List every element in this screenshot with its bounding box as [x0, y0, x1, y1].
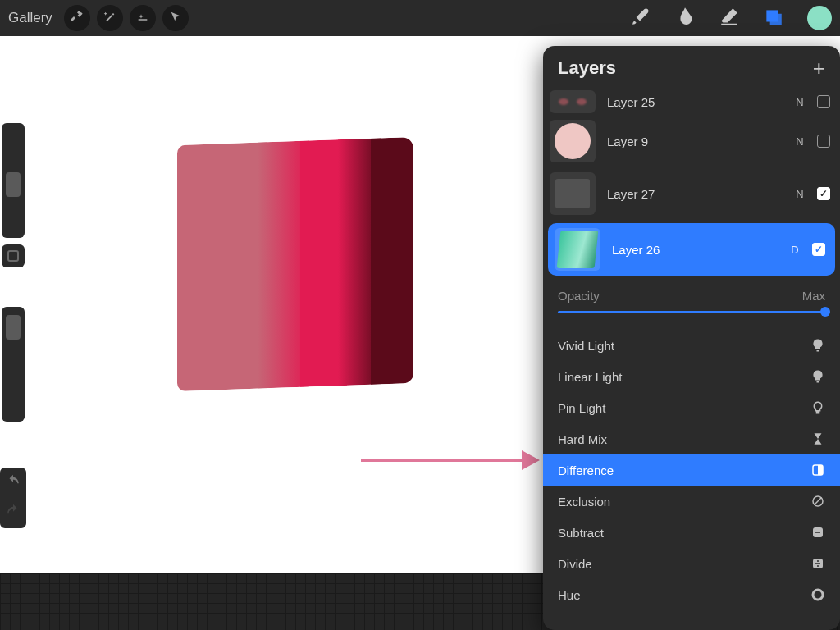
blend-mode-item-selected[interactable]: Difference: [543, 454, 840, 486]
smudge-tool-button[interactable]: [671, 4, 699, 32]
cursor-icon: [169, 10, 182, 26]
opacity-value: Max: [802, 289, 825, 303]
modify-button[interactable]: [2, 244, 25, 267]
svg-point-6: [817, 560, 819, 562]
layer-thumbnail: [550, 172, 596, 215]
undo-button[interactable]: [6, 474, 21, 492]
svg-point-8: [813, 590, 823, 600]
blend-mode-item[interactable]: Hard Mix: [543, 423, 840, 454]
wrench-icon: [71, 10, 84, 26]
blend-mode-label: Hue: [558, 588, 581, 602]
blend-mode-label: Pin Light: [558, 401, 605, 415]
blend-mode-item[interactable]: Pin Light: [543, 392, 840, 423]
opacity-section: Opacity Max: [543, 279, 840, 318]
layer-visibility-checkbox[interactable]: [817, 135, 830, 148]
undo-icon: [6, 477, 21, 491]
blend-mode-item[interactable]: Exclusion: [543, 486, 840, 517]
half-square-icon: [810, 463, 825, 477]
blend-mode-label: Vivid Light: [558, 339, 614, 353]
layer-name: Layer 26: [612, 243, 778, 257]
opacity-label: Opacity: [558, 289, 600, 303]
selection-button[interactable]: [130, 5, 156, 31]
minus-square-icon: [810, 525, 825, 540]
blend-mode-item[interactable]: Subtract: [543, 517, 840, 548]
layer-name: Layer 9: [607, 135, 783, 148]
layers-button[interactable]: [760, 4, 788, 32]
selection-icon: [136, 10, 149, 26]
brush-tool-button[interactable]: [627, 4, 655, 32]
bulb-outline-icon: [810, 400, 825, 415]
smudge-icon: [674, 6, 696, 30]
layer-thumbnail: [550, 120, 596, 162]
brush-icon: [630, 6, 651, 30]
layer-visibility-checkbox[interactable]: [812, 243, 825, 256]
left-sidebar: [0, 123, 26, 422]
annotation-arrow: [361, 454, 541, 467]
layer-name: Layer 27: [607, 187, 783, 201]
layers-icon: [763, 6, 784, 30]
blend-mode-list[interactable]: Vivid Light Linear Light Pin Light Hard …: [543, 330, 840, 610]
opacity-slider-thumb[interactable]: [820, 307, 830, 317]
transform-button[interactable]: [162, 5, 189, 31]
gallery-link[interactable]: Gallery: [8, 10, 52, 26]
layer-blend-indicator[interactable]: N: [794, 96, 806, 108]
svg-point-7: [817, 565, 819, 567]
add-layer-button[interactable]: +: [813, 57, 825, 79]
magic-wand-icon: [103, 10, 116, 26]
blend-mode-item[interactable]: Hue: [543, 579, 840, 610]
blend-mode-label: Hard Mix: [558, 432, 607, 446]
blend-mode-item[interactable]: Linear Light: [543, 361, 840, 392]
layers-panel: Layers + Layer 25 N Layer 9 N Layer 27 N…: [543, 46, 840, 630]
eraser-tool-button[interactable]: [715, 4, 743, 32]
redo-button[interactable]: [6, 504, 21, 522]
layer-visibility-checkbox[interactable]: [817, 95, 830, 108]
ring-icon: [810, 587, 825, 602]
blend-mode-label: Linear Light: [558, 370, 622, 384]
color-picker-button[interactable]: [807, 6, 832, 30]
blend-mode-label: Subtract: [558, 526, 604, 540]
top-toolbar: Gallery: [0, 0, 840, 36]
layer-name: Layer 25: [607, 95, 783, 109]
layers-panel-title: Layers: [558, 57, 616, 79]
eraser-icon: [719, 6, 740, 30]
canvas-artwork: [177, 137, 413, 391]
blend-mode-item[interactable]: Vivid Light: [543, 330, 840, 361]
layer-blend-indicator[interactable]: N: [794, 135, 806, 148]
redo-icon: [6, 507, 21, 521]
bulb-filled-icon: [810, 369, 825, 384]
blend-mode-label: Exclusion: [558, 495, 610, 509]
layer-thumbnail: [550, 90, 596, 113]
layer-blend-indicator[interactable]: N: [794, 188, 806, 200]
bulb-filled-icon: [810, 338, 825, 353]
svg-rect-3: [815, 532, 820, 533]
layer-row[interactable]: Layer 9 N: [543, 115, 840, 167]
layer-thumbnail: [555, 228, 600, 271]
adjustments-button[interactable]: [97, 5, 123, 31]
brush-opacity-slider[interactable]: [2, 307, 25, 422]
blend-mode-label: Difference: [558, 463, 614, 477]
svg-rect-5: [815, 563, 820, 564]
blend-mode-label: Divide: [558, 557, 592, 571]
layer-blend-indicator[interactable]: D: [789, 244, 801, 256]
layer-row[interactable]: Layer 25 N: [543, 89, 840, 115]
diag-circle-icon: [810, 494, 825, 509]
hourglass-icon: [810, 431, 825, 446]
layer-row-selected[interactable]: Layer 26 D: [548, 223, 835, 276]
brush-size-slider[interactable]: [2, 123, 25, 238]
blend-mode-item[interactable]: Divide: [543, 548, 840, 579]
layer-row[interactable]: Layer 27 N: [543, 167, 840, 220]
undo-redo-group: [0, 468, 26, 528]
layer-visibility-checkbox[interactable]: [817, 187, 830, 200]
actions-button[interactable]: [64, 5, 90, 31]
divide-square-icon: [810, 556, 825, 571]
opacity-slider[interactable]: [558, 311, 825, 313]
